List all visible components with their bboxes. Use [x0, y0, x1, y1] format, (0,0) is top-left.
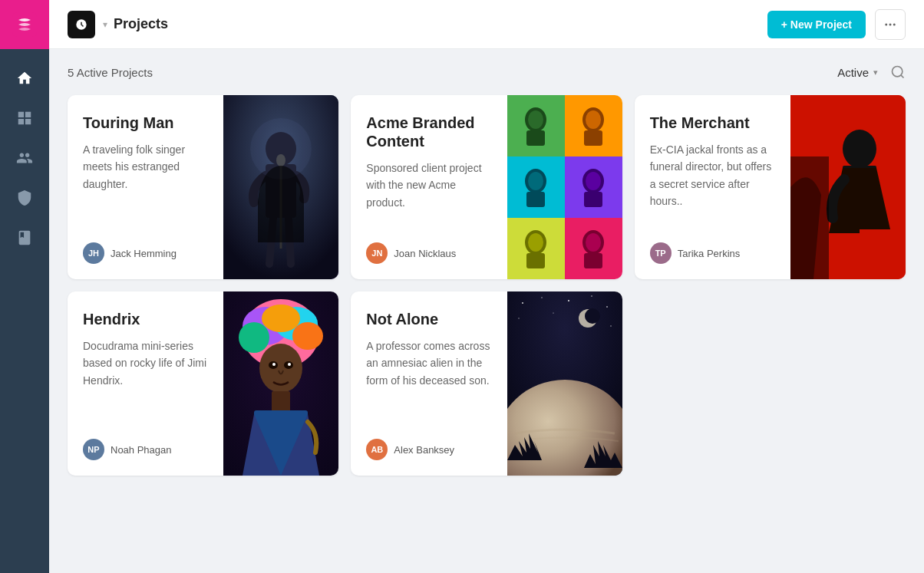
topbar-brand[interactable]: ▾: [68, 11, 107, 38]
project-user: NP Noah Phagan: [83, 439, 208, 460]
main-header: 5 Active Projects Active ▾: [68, 64, 906, 80]
project-desc: Sponsored client project with the new Ac…: [366, 160, 491, 230]
svg-point-53: [606, 306, 608, 308]
sidebar: [0, 0, 49, 573]
project-info: Acme Branded Content Sponsored client pr…: [351, 95, 507, 279]
svg-point-11: [250, 118, 312, 179]
project-image-not-alone: [507, 291, 622, 476]
avatar: JH: [83, 242, 104, 264]
avatar: JN: [366, 242, 388, 264]
project-image-hendrix: [223, 291, 338, 476]
project-count-label: 5 Active Projects: [68, 66, 153, 79]
project-image-merchant: [790, 95, 906, 279]
svg-point-50: [541, 297, 543, 298]
sidebar-item-home[interactable]: [8, 61, 41, 95]
svg-point-52: [591, 295, 592, 297]
svg-point-22: [586, 172, 601, 190]
svg-point-40: [292, 322, 323, 350]
svg-point-54: [518, 318, 520, 319]
project-image-touring-man: [223, 95, 338, 279]
topbar: ▾ Projects + New Project: [49, 0, 924, 49]
project-desc: Docudrama mini-series based on rocky lif…: [83, 338, 208, 426]
svg-point-55: [553, 312, 553, 313]
project-desc: A professor comes across an amnesiac ali…: [366, 338, 491, 426]
project-info: Hendrix Docudrama mini-series based on r…: [68, 291, 223, 476]
sidebar-item-book[interactable]: [8, 221, 41, 255]
project-image-acme: [507, 95, 622, 279]
svg-point-49: [522, 302, 523, 304]
svg-point-39: [239, 322, 269, 353]
project-title: Acme Branded Content: [366, 114, 491, 150]
svg-rect-17: [584, 130, 602, 146]
sidebar-item-grid[interactable]: [8, 101, 41, 135]
brand-logo: [68, 11, 95, 38]
project-title: Not Alone: [366, 310, 491, 328]
svg-point-2: [885, 23, 887, 25]
svg-point-28: [586, 233, 601, 252]
active-filter-dropdown[interactable]: Active ▾: [837, 66, 878, 79]
svg-rect-8: [266, 164, 296, 218]
user-name: Joan Nicklaus: [394, 248, 456, 259]
svg-point-56: [610, 325, 612, 327]
project-user: TP Tarika Perkins: [650, 242, 775, 264]
svg-point-31: [843, 130, 876, 168]
user-name: Noah Phagan: [111, 444, 172, 456]
svg-point-19: [528, 172, 543, 190]
svg-rect-29: [584, 253, 602, 268]
project-title: Hendrix: [83, 310, 208, 328]
project-user: JH Jack Hemming: [83, 242, 208, 264]
project-title: The Merchant: [650, 114, 775, 132]
filter-chevron-icon: ▾: [873, 68, 878, 77]
topbar-actions: + New Project: [767, 9, 906, 40]
filter-label: Active: [837, 66, 869, 79]
svg-rect-20: [526, 192, 545, 207]
project-info: The Merchant Ex-CIA jackal fronts as a f…: [635, 95, 790, 279]
svg-point-5: [893, 67, 903, 77]
projects-grid: Touring Man A traveling folk singer meet…: [68, 95, 906, 476]
more-options-button[interactable]: [875, 9, 906, 40]
svg-rect-26: [526, 253, 545, 268]
project-desc: A traveling folk singer meets his estran…: [83, 141, 208, 230]
project-info: Not Alone A professor comes across an am…: [351, 291, 507, 476]
sidebar-nav: [8, 49, 41, 573]
svg-point-51: [568, 300, 569, 301]
project-user: JN Joan Nicklaus: [366, 242, 491, 264]
avatar: TP: [650, 242, 672, 264]
svg-point-4: [893, 23, 896, 25]
user-name: Tarika Perkins: [678, 248, 741, 259]
project-card-acme[interactable]: Acme Branded Content Sponsored client pr…: [351, 95, 622, 279]
svg-rect-23: [584, 192, 602, 207]
svg-point-25: [528, 233, 543, 252]
brand-chevron-icon: ▾: [103, 19, 107, 30]
app-logo[interactable]: [0, 0, 49, 49]
avatar: NP: [83, 439, 104, 460]
new-project-button[interactable]: + New Project: [767, 11, 866, 38]
svg-point-44: [272, 363, 276, 366]
svg-point-38: [262, 305, 300, 332]
sidebar-item-vip[interactable]: [8, 181, 41, 215]
svg-point-58: [585, 308, 600, 324]
svg-point-3: [889, 23, 892, 25]
main-content: 5 Active Projects Active ▾ Touring Man A…: [49, 49, 924, 573]
project-title: Touring Man: [83, 114, 208, 132]
avatar: AB: [366, 439, 388, 460]
project-info: Touring Man A traveling folk singer meet…: [68, 95, 223, 279]
user-name: Alex Banksey: [394, 444, 454, 456]
search-button[interactable]: [890, 64, 906, 80]
project-card-hendrix[interactable]: Hendrix Docudrama mini-series based on r…: [68, 291, 338, 476]
sidebar-item-users[interactable]: [8, 141, 41, 175]
project-desc: Ex-CIA jackal fronts as a funeral direct…: [650, 141, 775, 230]
svg-point-13: [528, 110, 543, 129]
svg-rect-14: [526, 130, 545, 146]
project-card-not-alone[interactable]: Not Alone A professor comes across an am…: [351, 291, 622, 476]
project-card-touring-man[interactable]: Touring Man A traveling folk singer meet…: [68, 95, 338, 279]
project-card-merchant[interactable]: The Merchant Ex-CIA jackal fronts as a f…: [635, 95, 906, 279]
project-user: AB Alex Banksey: [366, 439, 491, 460]
page-title: Projects: [114, 16, 168, 32]
filter-group: Active ▾: [837, 64, 906, 80]
svg-point-16: [586, 110, 601, 129]
svg-point-45: [288, 363, 291, 366]
user-name: Jack Hemming: [111, 248, 177, 259]
